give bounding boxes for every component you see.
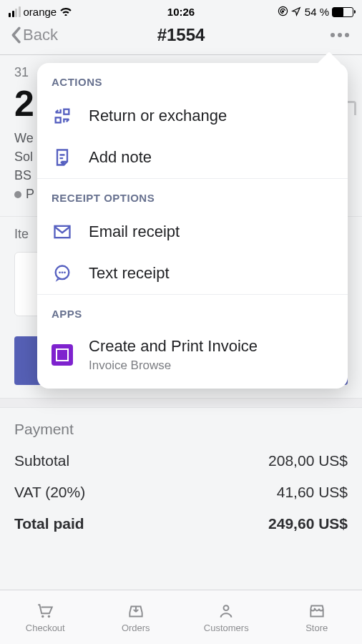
status-bar: orange 10:26 54 % — [0, 0, 362, 20]
svg-point-10 — [62, 271, 64, 273]
app-icon — [52, 344, 73, 366]
tab-bar: Checkout Orders Customers Store — [0, 590, 362, 644]
menu-label: Email receipt — [89, 223, 180, 241]
orientation-lock-icon — [278, 6, 288, 19]
payment-value: 249,60 US$ — [268, 515, 348, 532]
wifi-icon — [59, 6, 72, 18]
back-label: Back — [23, 26, 58, 44]
page-title: #1554 — [157, 25, 205, 45]
signal-icon — [9, 6, 21, 17]
address-line-2: Sol — [14, 150, 33, 164]
payment-row: VAT (20%) 41,60 US$ — [14, 484, 348, 501]
inbox-icon — [125, 602, 147, 620]
tab-customers[interactable]: Customers — [181, 590, 272, 644]
payment-value: 41,60 US$ — [277, 484, 348, 501]
menu-label: Add note — [89, 148, 152, 167]
menu-section-actions: ACTIONS — [37, 63, 348, 95]
menu-text-receipt[interactable]: Text receipt — [37, 253, 348, 294]
svg-rect-5 — [64, 109, 69, 114]
tab-label: Store — [305, 623, 328, 633]
actions-menu: ACTIONS Return or exchange Add note RECE… — [37, 63, 348, 389]
svg-point-3 — [48, 615, 50, 617]
tab-checkout[interactable]: Checkout — [0, 590, 91, 644]
svg-rect-1 — [282, 10, 284, 12]
menu-label: Text receipt — [89, 264, 170, 283]
section-divider — [0, 398, 362, 408]
menu-label: Return or exchange — [89, 107, 227, 125]
address-line-3: BS — [14, 168, 31, 182]
cart-icon — [34, 602, 56, 620]
payment-label: VAT (20%) — [14, 484, 85, 501]
svg-point-11 — [64, 271, 66, 273]
status-fragment: P — [26, 187, 34, 201]
location-icon — [291, 6, 302, 19]
menu-add-note[interactable]: Add note — [37, 137, 348, 178]
back-button[interactable]: Back — [10, 26, 58, 44]
payment-label: Subtotal — [14, 452, 69, 469]
svg-rect-6 — [56, 117, 61, 122]
chat-icon — [52, 263, 73, 284]
tab-label: Customers — [204, 623, 249, 633]
menu-section-receipt: RECEIPT OPTIONS — [37, 178, 348, 211]
tab-label: Checkout — [26, 623, 65, 633]
payment-section: Payment Subtotal 208,00 US$ VAT (20%) 41… — [0, 408, 362, 560]
address-line-1: We — [14, 131, 34, 145]
carrier-label: orange — [24, 6, 57, 18]
battery-pct: 54 % — [305, 6, 329, 18]
tab-label: Orders — [122, 623, 150, 633]
tab-store[interactable]: Store — [272, 590, 363, 644]
more-button[interactable] — [328, 30, 352, 40]
person-icon — [215, 602, 237, 620]
status-dot-icon — [14, 191, 21, 198]
menu-app-invoice[interactable]: Create and Print Invoice Invoice Browse — [37, 327, 348, 389]
note-icon — [52, 147, 73, 168]
menu-email-receipt[interactable]: Email receipt — [37, 211, 348, 253]
mail-icon — [52, 221, 73, 243]
clock: 10:26 — [167, 6, 195, 18]
exchange-icon — [52, 105, 73, 127]
payment-value: 208,00 US$ — [268, 452, 348, 469]
menu-sublabel: Invoice Browse — [89, 358, 258, 373]
svg-point-2 — [41, 615, 44, 617]
svg-point-4 — [224, 605, 229, 610]
payment-heading: Payment — [14, 421, 348, 438]
menu-label: Create and Print Invoice — [89, 337, 258, 356]
chevron-left-icon — [10, 26, 21, 44]
payment-row: Subtotal 208,00 US$ — [14, 452, 348, 469]
battery-icon — [332, 7, 353, 17]
payment-row: Total paid 249,60 US$ — [14, 515, 348, 532]
menu-return-exchange[interactable]: Return or exchange — [37, 95, 348, 137]
menu-section-apps: APPS — [37, 294, 348, 327]
tab-orders[interactable]: Orders — [91, 590, 182, 644]
payment-label: Total paid — [14, 515, 84, 532]
svg-point-9 — [59, 271, 61, 273]
nav-bar: Back #1554 — [0, 20, 362, 55]
store-icon — [306, 602, 328, 620]
